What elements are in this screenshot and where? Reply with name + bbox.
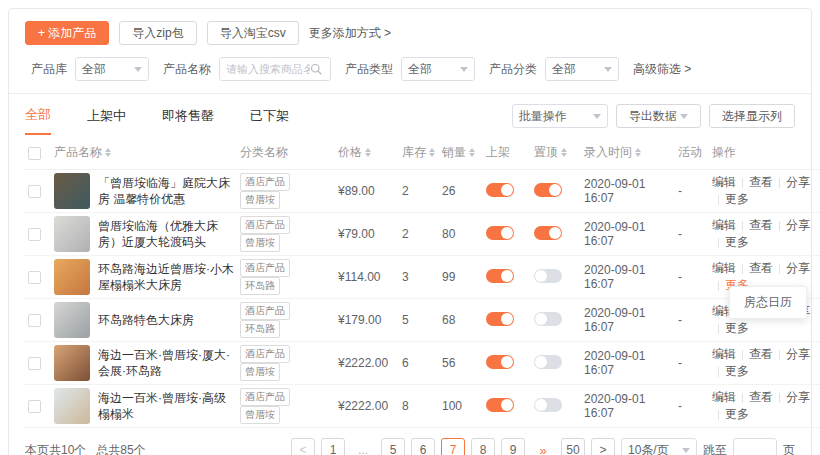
- page-count-text: 本页共10个: [25, 443, 86, 455]
- search-input[interactable]: [226, 63, 310, 75]
- product-thumbnail: [54, 302, 90, 338]
- column-header-stock[interactable]: 库存: [402, 145, 426, 159]
- column-header-sales[interactable]: 销量: [442, 145, 466, 159]
- share-link[interactable]: 分享: [786, 347, 810, 361]
- share-link[interactable]: 分享: [786, 390, 810, 404]
- pin-toggle[interactable]: [534, 226, 562, 240]
- tab-off-shelf[interactable]: 已下架: [250, 107, 289, 134]
- edit-link[interactable]: 编辑: [712, 175, 736, 189]
- sort-icon[interactable]: [105, 148, 111, 157]
- more-link[interactable]: 更多: [725, 364, 749, 378]
- product-library-select[interactable]: 全部: [75, 57, 149, 81]
- page-button-6[interactable]: 6: [411, 438, 435, 455]
- sort-icon[interactable]: [429, 148, 435, 157]
- page-button-8[interactable]: 8: [471, 438, 495, 455]
- edit-link[interactable]: 编辑: [712, 261, 736, 275]
- view-link[interactable]: 查看: [749, 347, 773, 361]
- view-link[interactable]: 查看: [749, 261, 773, 275]
- import-taobao-csv-button[interactable]: 导入淘宝csv: [207, 21, 299, 45]
- pin-toggle[interactable]: [534, 398, 562, 412]
- sales-cell: 26: [439, 170, 483, 213]
- tab-on-shelf[interactable]: 上架中: [87, 107, 126, 134]
- category-tag: 曾厝垵: [240, 363, 280, 381]
- column-header-time[interactable]: 录入时间: [584, 145, 632, 159]
- column-header-ops: 操作: [712, 145, 736, 159]
- sort-icon[interactable]: [469, 148, 475, 157]
- pin-toggle[interactable]: [534, 355, 562, 369]
- column-header-name[interactable]: 产品名称: [54, 145, 102, 159]
- room-status-calendar-menu-item[interactable]: 房态日历: [729, 286, 807, 319]
- jump-to-page-input[interactable]: [733, 438, 777, 455]
- prev-page-button[interactable]: <: [291, 438, 315, 455]
- category-tag: 酒店产品: [240, 216, 290, 234]
- sort-icon[interactable]: [365, 148, 371, 157]
- search-icon[interactable]: [310, 63, 322, 75]
- add-product-button[interactable]: + 添加产品: [25, 21, 109, 45]
- column-header-price[interactable]: 价格: [338, 145, 362, 159]
- edit-link[interactable]: 编辑: [712, 347, 736, 361]
- choose-columns-button[interactable]: 选择显示列: [709, 104, 795, 128]
- select-all-checkbox[interactable]: [28, 147, 41, 160]
- product-name: 海边一百米·曾厝垵·高级榻榻米: [98, 390, 234, 422]
- row-checkbox[interactable]: [28, 228, 41, 241]
- column-header-category: 分类名称: [240, 145, 288, 159]
- activity-cell: -: [675, 213, 709, 256]
- view-link[interactable]: 查看: [749, 390, 773, 404]
- pin-toggle[interactable]: [534, 269, 562, 283]
- share-link[interactable]: 分享: [786, 175, 810, 189]
- on-shelf-toggle[interactable]: [486, 355, 514, 369]
- more-link[interactable]: 更多: [725, 407, 749, 421]
- category-tag: 曾厝垵: [240, 406, 280, 424]
- more-add-methods-link[interactable]: 更多添加方式 >: [309, 25, 391, 42]
- category-tag: 曾厝垵: [240, 191, 280, 209]
- on-shelf-toggle[interactable]: [486, 312, 514, 326]
- page-button-1[interactable]: 1: [321, 438, 345, 455]
- advanced-filter-link[interactable]: 高级筛选 >: [633, 61, 691, 78]
- chevron-down-icon: [680, 114, 688, 119]
- edit-link[interactable]: 编辑: [712, 390, 736, 404]
- row-checkbox[interactable]: [28, 185, 41, 198]
- activity-cell: -: [675, 342, 709, 385]
- page-size-select[interactable]: 10条/页: [621, 438, 697, 455]
- pin-toggle[interactable]: [534, 183, 562, 197]
- tab-all[interactable]: 全部: [25, 106, 51, 135]
- more-link[interactable]: 更多: [725, 235, 749, 249]
- jump-forward-icon[interactable]: »: [531, 438, 555, 455]
- on-shelf-toggle[interactable]: [486, 398, 514, 412]
- chevron-down-icon: [134, 67, 142, 72]
- product-category-select[interactable]: 全部: [545, 57, 619, 81]
- stock-cell: 8: [399, 385, 439, 428]
- row-checkbox[interactable]: [28, 400, 41, 413]
- edit-link[interactable]: 编辑: [712, 218, 736, 232]
- export-data-button[interactable]: 导出数据: [616, 104, 701, 128]
- pin-toggle[interactable]: [534, 312, 562, 326]
- product-type-select[interactable]: 全部: [401, 57, 475, 81]
- on-shelf-toggle[interactable]: [486, 183, 514, 197]
- batch-operation-select[interactable]: 批量操作: [512, 104, 608, 128]
- sort-icon[interactable]: [635, 148, 641, 157]
- stock-cell: 2: [399, 170, 439, 213]
- more-link[interactable]: 更多: [725, 321, 749, 335]
- share-link[interactable]: 分享: [786, 261, 810, 275]
- sort-icon[interactable]: [561, 148, 567, 157]
- on-shelf-toggle[interactable]: [486, 269, 514, 283]
- page-button-5[interactable]: 5: [381, 438, 405, 455]
- on-shelf-toggle[interactable]: [486, 226, 514, 240]
- page-button-9[interactable]: 9: [501, 438, 525, 455]
- column-header-activity: 活动: [678, 145, 702, 159]
- more-link[interactable]: 更多: [725, 192, 749, 206]
- import-zip-button[interactable]: 导入zip包: [119, 21, 196, 45]
- column-header-pin[interactable]: 置顶: [534, 145, 558, 159]
- page-size-value: 10条/页: [628, 442, 669, 455]
- view-link[interactable]: 查看: [749, 175, 773, 189]
- row-checkbox[interactable]: [28, 357, 41, 370]
- share-link[interactable]: 分享: [786, 218, 810, 232]
- page-button-50[interactable]: 50: [561, 438, 585, 455]
- row-checkbox[interactable]: [28, 271, 41, 284]
- view-link[interactable]: 查看: [749, 218, 773, 232]
- row-checkbox[interactable]: [28, 314, 41, 327]
- page-button-7-current[interactable]: 7: [441, 438, 465, 455]
- next-page-button[interactable]: >: [591, 438, 615, 455]
- sales-cell: 68: [439, 299, 483, 342]
- tab-almost-soldout[interactable]: 即将售罄: [162, 107, 214, 134]
